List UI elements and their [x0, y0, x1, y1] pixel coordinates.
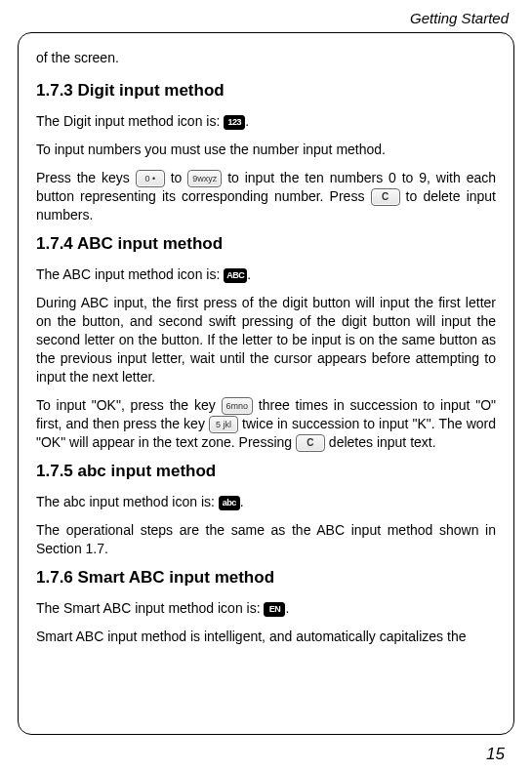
p-173-2: To input numbers you must use the number… [36, 141, 496, 159]
digit-method-icon: 123 [224, 115, 245, 130]
p-173-1: The Digit input method icon is: 123. [36, 112, 496, 131]
text: Press the keys [36, 170, 136, 185]
running-header: Getting Started [18, 10, 509, 26]
fragment-top: of the screen. [36, 49, 496, 67]
heading-175: 1.7.5 abc input method [36, 462, 496, 481]
content-frame: of the screen. 1.7.3 Digit input method … [18, 32, 514, 735]
p-174-1: The ABC input method icon is: ABC. [36, 265, 496, 284]
text: The ABC input method icon is: [36, 266, 224, 282]
abc-upper-method-icon: ABC [224, 268, 247, 283]
text: . [247, 266, 251, 282]
heading-174: 1.7.4 ABC input method [36, 234, 496, 254]
key-9-icon: 9wxyz [187, 170, 222, 187]
p-175-1: The abc input method icon is: abc. [36, 493, 496, 511]
text: The Smart ABC input method icon is: [36, 600, 264, 616]
p-174-3: To input "OK", press the key 6mno three … [36, 396, 496, 453]
key-c-icon: C [296, 434, 325, 452]
heading-176: 1.7.6 Smart ABC input method [36, 568, 496, 588]
text: The abc input method icon is: [36, 494, 219, 509]
text: The Digit input method icon is: [36, 113, 224, 129]
p-174-2: During ABC input, the first press of the… [36, 294, 496, 386]
key-c-icon: C [371, 188, 400, 206]
page-number: 15 [18, 745, 505, 764]
heading-173: 1.7.3 Digit input method [36, 81, 496, 101]
key-0-icon: 0 • [136, 170, 165, 187]
key-6-icon: 6mno [222, 397, 254, 415]
p-173-3: Press the keys 0 • to 9wxyz to input the… [36, 169, 496, 224]
text: deletes input text. [329, 434, 436, 450]
text: . [285, 600, 289, 616]
abc-lower-method-icon: abc [219, 496, 240, 510]
key-5-icon: 5 jkl [209, 416, 238, 433]
text: . [240, 494, 244, 509]
text: . [245, 113, 249, 129]
p-176-1: The Smart ABC input method icon is: EN. [36, 599, 496, 618]
text: to [171, 170, 188, 185]
smart-abc-method-icon: EN [264, 602, 285, 617]
page: Getting Started of the screen. 1.7.3 Dig… [0, 0, 532, 771]
text: To input "OK", press the key [36, 397, 222, 413]
p-175-2: The operational steps are the same as th… [36, 521, 496, 558]
p-176-2: Smart ABC input method is intelligent, a… [36, 628, 496, 646]
